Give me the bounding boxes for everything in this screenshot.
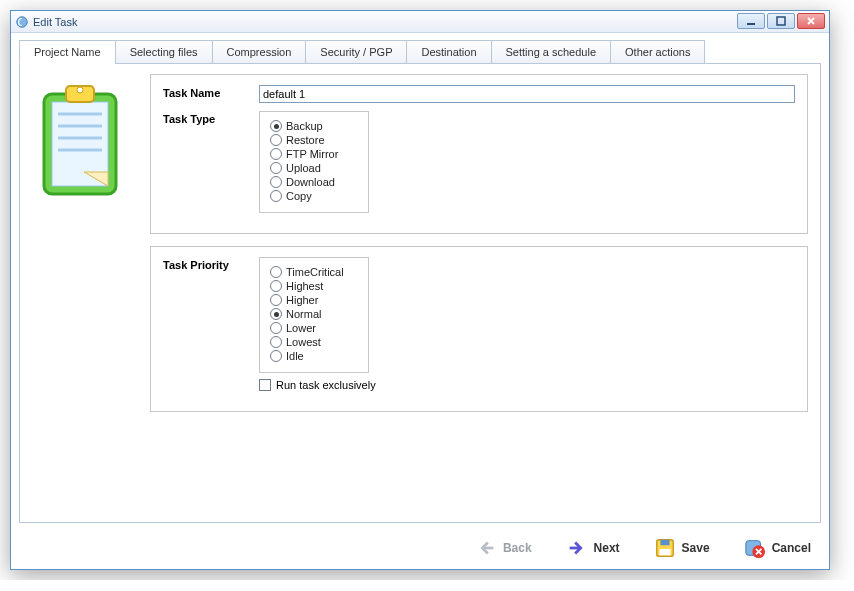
clipboard-icon (32, 74, 132, 512)
radio-label: Upload (286, 162, 321, 174)
radio-label: Lowest (286, 336, 321, 348)
task-priority-option-timecritical[interactable]: TimeCritical (270, 266, 358, 278)
radio-label: Backup (286, 120, 323, 132)
task-name-input[interactable] (259, 85, 795, 103)
radio-icon (270, 134, 282, 146)
next-button[interactable]: Next (566, 537, 620, 559)
task-type-option-copy[interactable]: Copy (270, 190, 358, 202)
task-type-option-download[interactable]: Download (270, 176, 358, 188)
maximize-button[interactable] (767, 13, 795, 29)
radio-icon (270, 322, 282, 334)
tab-project-name[interactable]: Project Name (19, 40, 116, 64)
radio-label: Download (286, 176, 335, 188)
tab-panel-project-name: Task Name Task Type BackupRestoreFTP Mir… (19, 63, 821, 523)
task-priority-group: Task Priority TimeCriticalHighestHigherN… (150, 246, 808, 412)
radio-label: Copy (286, 190, 312, 202)
wizard-footer: Back Next Save Cancel (475, 537, 811, 559)
radio-icon (270, 120, 282, 132)
task-type-label: Task Type (163, 111, 259, 125)
radio-icon (270, 266, 282, 278)
svg-rect-14 (660, 540, 669, 546)
radio-label: Lower (286, 322, 316, 334)
run-exclusively-checkbox[interactable]: Run task exclusively (259, 379, 376, 391)
titlebar: Edit Task (11, 11, 829, 33)
app-icon (15, 15, 29, 29)
tab-destination[interactable]: Destination (406, 40, 491, 64)
task-type-option-restore[interactable]: Restore (270, 134, 358, 146)
radio-icon (270, 308, 282, 320)
tab-strip: Project NameSelecting filesCompressionSe… (19, 40, 821, 64)
radio-icon (270, 294, 282, 306)
svg-point-6 (77, 87, 83, 93)
tab-setting-a-schedule[interactable]: Setting a schedule (491, 40, 612, 64)
radio-label: Restore (286, 134, 325, 146)
task-priority-option-lower[interactable]: Lower (270, 322, 358, 334)
radio-icon (270, 280, 282, 292)
radio-icon (270, 190, 282, 202)
radio-icon (270, 162, 282, 174)
task-priority-option-normal[interactable]: Normal (270, 308, 358, 320)
radio-label: Normal (286, 308, 321, 320)
radio-icon (270, 148, 282, 160)
task-priority-radio-group: TimeCriticalHighestHigherNormalLowerLowe… (259, 257, 369, 373)
radio-label: FTP Mirror (286, 148, 338, 160)
svg-rect-1 (747, 23, 755, 25)
save-button[interactable]: Save (654, 537, 710, 559)
task-type-option-upload[interactable]: Upload (270, 162, 358, 174)
tab-compression[interactable]: Compression (212, 40, 307, 64)
radio-label: Highest (286, 280, 323, 292)
svg-rect-2 (777, 17, 785, 25)
radio-label: Idle (286, 350, 304, 362)
cancel-icon (744, 537, 766, 559)
radio-icon (270, 176, 282, 188)
task-name-label: Task Name (163, 85, 259, 99)
task-type-option-ftp-mirror[interactable]: FTP Mirror (270, 148, 358, 160)
arrow-left-icon (475, 537, 497, 559)
run-exclusively-label: Run task exclusively (276, 379, 376, 391)
edit-task-window: Edit Task Project NameSelecting filesCom… (10, 10, 830, 570)
radio-icon (270, 350, 282, 362)
floppy-icon (654, 537, 676, 559)
tab-selecting-files[interactable]: Selecting files (115, 40, 213, 64)
radio-label: Higher (286, 294, 318, 306)
task-priority-option-highest[interactable]: Highest (270, 280, 358, 292)
window-title: Edit Task (33, 16, 77, 28)
checkbox-icon (259, 379, 271, 391)
tab-security-pgp[interactable]: Security / PGP (305, 40, 407, 64)
task-name-type-group: Task Name Task Type BackupRestoreFTP Mir… (150, 74, 808, 234)
arrow-right-icon (566, 537, 588, 559)
close-button[interactable] (797, 13, 825, 29)
minimize-button[interactable] (737, 13, 765, 29)
cancel-button[interactable]: Cancel (744, 537, 811, 559)
task-type-option-backup[interactable]: Backup (270, 120, 358, 132)
tab-other-actions[interactable]: Other actions (610, 40, 705, 64)
task-type-radio-group: BackupRestoreFTP MirrorUploadDownloadCop… (259, 111, 369, 213)
back-button: Back (475, 537, 532, 559)
svg-rect-15 (659, 549, 670, 555)
task-priority-label: Task Priority (163, 257, 259, 271)
task-priority-option-idle[interactable]: Idle (270, 350, 358, 362)
radio-icon (270, 336, 282, 348)
task-priority-option-higher[interactable]: Higher (270, 294, 358, 306)
task-priority-option-lowest[interactable]: Lowest (270, 336, 358, 348)
radio-label: TimeCritical (286, 266, 344, 278)
